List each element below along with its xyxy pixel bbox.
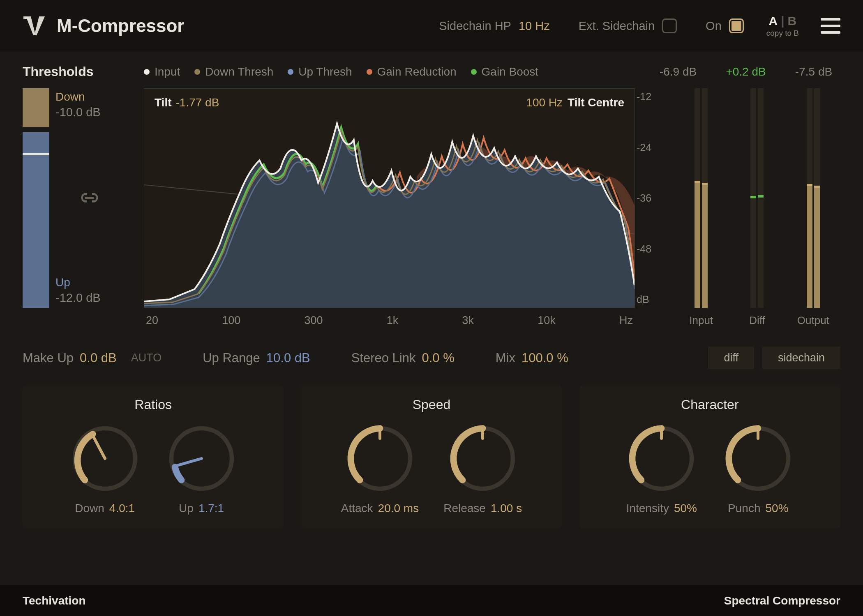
threshold-slider[interactable] (23, 88, 49, 308)
speed-title: Speed (413, 397, 451, 412)
stereo-link-label: Stereo Link (351, 351, 416, 365)
input-meter-label: Input (689, 314, 713, 327)
diff-db-reading: +0.2 dB (719, 65, 773, 78)
uprange-value[interactable]: 10.0 dB (266, 351, 310, 365)
punch-knob[interactable] (722, 423, 794, 494)
down-ratio-knob[interactable] (69, 423, 141, 494)
mix-value[interactable]: 100.0 % (521, 351, 568, 365)
auto-button[interactable]: AUTO (131, 352, 162, 364)
mix-label: Mix (496, 351, 515, 365)
tilt-centre-value[interactable]: 100 Hz (526, 96, 563, 109)
thresholds-heading: Thresholds (23, 64, 129, 79)
plugin-title: M-Compressor (57, 16, 185, 36)
brand-logo-icon (23, 16, 47, 36)
legend-up-thresh: Up Thresh (288, 65, 352, 78)
y-axis-labels: -12 -24 -36 -48 dB (637, 89, 661, 308)
legend-input: Input (144, 65, 180, 78)
uprange-label: Up Range (203, 351, 260, 365)
makeup-value[interactable]: 0.0 dB (80, 351, 117, 365)
sidechain-hp-label: Sidechain HP (439, 19, 511, 33)
copy-to-b-button[interactable]: copy to B (766, 29, 799, 38)
down-thresh-value[interactable]: -10.0 dB (55, 106, 136, 119)
tilt-centre-label: Tilt Centre (568, 96, 624, 109)
output-meter (807, 88, 820, 308)
speed-panel: Speed Attack20.0 ms (301, 386, 562, 528)
makeup-label: Make Up (23, 351, 74, 365)
svg-line-4 (176, 459, 201, 466)
ratios-panel: Ratios Down4.0:1 (23, 386, 284, 528)
input-db-reading: -6.9 dB (651, 65, 705, 78)
diff-button[interactable]: diff (708, 347, 754, 369)
ext-sidechain-label: Ext. Sidechain (579, 19, 655, 33)
on-checkbox[interactable] (729, 18, 744, 33)
ratios-title: Ratios (134, 397, 172, 412)
legend-down-thresh: Down Thresh (194, 65, 273, 78)
punch-value[interactable]: 50% (765, 502, 788, 515)
up-ratio-knob[interactable] (166, 423, 238, 494)
tilt-value[interactable]: -1.77 dB (175, 96, 219, 109)
output-meter-label: Output (797, 314, 829, 327)
spectrum-display[interactable]: Tilt-1.77 dB 100 HzTilt Centre (144, 88, 635, 308)
up-thresh-value[interactable]: -12.0 dB (55, 291, 136, 305)
footer-product: Spectral Compressor (724, 594, 840, 607)
x-axis-labels: 20 100 300 1k 3k 10k Hz (144, 314, 635, 327)
diff-meter-label: Diff (749, 314, 765, 327)
intensity-knob[interactable] (625, 423, 697, 494)
legend-gain-reduction: Gain Reduction (367, 65, 457, 78)
down-thresh-label: Down (55, 90, 136, 103)
character-panel: Character Intensity50% (579, 386, 840, 528)
stereo-link-value[interactable]: 0.0 % (422, 351, 454, 365)
ab-slot-a[interactable]: A (769, 14, 778, 28)
footer-brand: Techivation (23, 594, 86, 607)
attack-knob[interactable] (344, 423, 416, 494)
release-knob[interactable] (447, 423, 519, 494)
input-meter (695, 88, 708, 308)
sidechain-button[interactable]: sidechain (762, 347, 840, 369)
intensity-value[interactable]: 50% (674, 502, 697, 515)
ab-separator: | (781, 14, 784, 28)
link-icon[interactable] (78, 191, 102, 205)
output-db-reading: -7.5 dB (787, 65, 840, 78)
attack-value[interactable]: 20.0 ms (378, 502, 419, 515)
character-title: Character (681, 397, 739, 412)
diff-meter (750, 88, 764, 308)
legend-gain-boost: Gain Boost (471, 65, 539, 78)
tilt-label: Tilt (155, 96, 171, 109)
on-label: On (706, 19, 722, 33)
release-value[interactable]: 1.00 s (491, 502, 522, 515)
svg-line-2 (92, 436, 105, 459)
sidechain-hp-value[interactable]: 10 Hz (519, 19, 550, 33)
up-thresh-label: Up (55, 276, 136, 289)
menu-icon[interactable] (821, 18, 840, 34)
ext-sidechain-checkbox[interactable] (662, 18, 677, 33)
up-ratio-value[interactable]: 1.7:1 (198, 502, 224, 515)
ab-slot-b[interactable]: B (788, 14, 797, 28)
down-ratio-value[interactable]: 4.0:1 (109, 502, 135, 515)
